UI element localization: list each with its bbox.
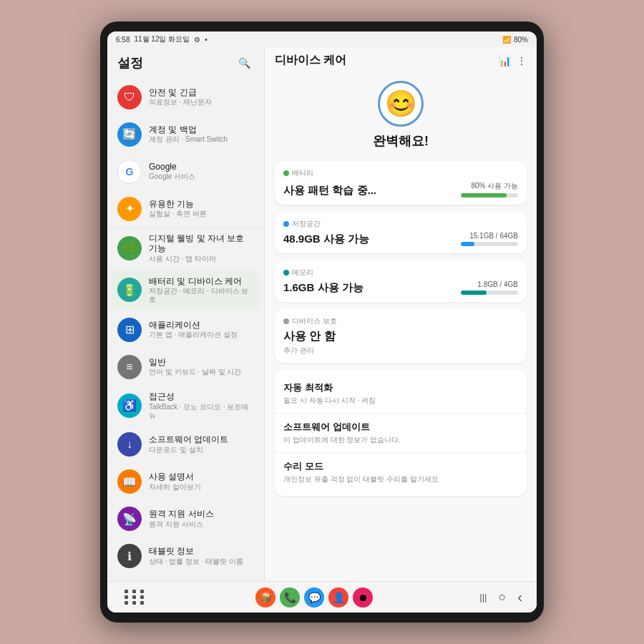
battery-row: 사용 패턴 학습 중... 80% 사용 가능 xyxy=(283,181,518,197)
menu-section: 자동 최적화 필요 시 자동 다시 시작 · 켜짐 소프트웨어 업데이트 이 업… xyxy=(275,370,527,496)
general-name: 일반 xyxy=(149,357,254,367)
setting-software[interactable]: ↓ 소프트웨어 업데이트 다운로드 및 설치 xyxy=(107,426,264,464)
battery-progress-area: 80% 사용 가능 xyxy=(461,181,518,197)
apps-grid-icon[interactable] xyxy=(122,587,149,608)
storage-progress-bar xyxy=(461,242,518,246)
battery-progress-value: 80% 사용 가능 xyxy=(461,181,518,191)
status-time: 6:58 xyxy=(116,36,130,44)
battery-percent: 80% xyxy=(514,36,528,44)
setting-remote[interactable]: 📡 원격 지원 서비스 원격 지원 서비스 xyxy=(107,501,264,538)
about-name: 태블릿 정보 xyxy=(149,546,254,556)
chart-icon[interactable]: 📊 xyxy=(499,55,511,67)
storage-main-text: 48.9GB 사용 가능 xyxy=(283,233,369,246)
tablet-screen: 6:58 11월 12일 화요일 ⚙ • 📶 80% 설정 🔍 🛡 xyxy=(107,31,537,613)
protection-dot xyxy=(283,318,289,324)
nav-apps-row: 📦 📞 💬 👤 ⏺ xyxy=(255,587,373,608)
software-name: 소프트웨어 업데이트 xyxy=(149,434,254,444)
repair-mode-item[interactable]: 수리 모드 개인정보 유출 걱정 없이 태블릿 수리를 맡기세요 xyxy=(275,453,527,492)
advanced-name: 유용한 기능 xyxy=(149,199,254,209)
security-sub: 의료정보 · 재난문자 xyxy=(149,98,254,107)
device-care-content: 😊 완벽해요! 배터리 사용 패턴 학습 중... xyxy=(265,74,537,581)
setting-advanced[interactable]: ✦ 유용한 기능 실험실 · 측면 버튼 xyxy=(107,190,264,228)
back-button[interactable]: ‹ xyxy=(517,589,522,605)
software-update-title: 소프트웨어 업데이트 xyxy=(283,421,518,434)
remote-name: 원격 지원 서비스 xyxy=(149,509,254,519)
setting-accessibility[interactable]: ♿ 접근성 TalkBack · 모노 오디오 · 보조메뉴 xyxy=(107,386,264,426)
accessibility-icon: ♿ xyxy=(117,394,142,418)
status-right: 📶 80% xyxy=(502,36,528,44)
memory-progress-area: 1.8GB / 4GB xyxy=(461,280,518,295)
battery-dot xyxy=(283,170,289,176)
battery-sub: 저장공간 · 메모리 · 디바이스 보호 xyxy=(149,287,254,304)
apps-icon: ⊞ xyxy=(117,318,142,342)
battery-section[interactable]: 배터리 사용 패턴 학습 중... 80% 사용 가능 xyxy=(275,161,527,205)
storage-progress-area: 15.1GB / 64GB xyxy=(461,232,518,246)
auto-optimize-title: 자동 최적화 xyxy=(283,381,518,394)
nav-app-store[interactable]: 📦 xyxy=(255,587,275,608)
setting-wellbeing[interactable]: 🌿 디지털 웰빙 및 자녀 보호 기능 사용 시간 · 앱 타이머 xyxy=(107,228,264,270)
memory-row: 1.6GB 사용 가능 1.8GB / 4GB xyxy=(283,280,518,295)
software-update-item[interactable]: 소프트웨어 업데이트 이 업데이트에 대한 정보가 없습니다. xyxy=(275,414,527,453)
device-care-header: 디바이스 케어 📊 ⋮ xyxy=(265,47,537,74)
general-sub: 언어 및 키보드 · 날짜 및 시간 xyxy=(149,368,254,376)
nav-phone[interactable]: 📞 xyxy=(280,587,300,608)
device-care-actions: 📊 ⋮ xyxy=(499,55,527,67)
repair-mode-sub: 개인정보 유출 걱정 없이 태블릿 수리를 맡기세요 xyxy=(283,474,518,484)
general-icon: ≡ xyxy=(117,355,142,379)
nav-messages[interactable]: 💬 xyxy=(304,587,324,608)
advanced-sub: 실험실 · 측면 버튼 xyxy=(149,210,254,218)
battery-progress-bar xyxy=(461,193,518,197)
home-button[interactable]: ○ xyxy=(498,590,506,605)
status-bar: 6:58 11월 12일 화요일 ⚙ • 📶 80% xyxy=(107,31,537,47)
protection-section[interactable]: 디바이스 보호 사용 안 함 추가 관리 xyxy=(275,309,527,363)
advanced-icon: ✦ xyxy=(117,197,142,221)
setting-google[interactable]: G Google Google 서비스 xyxy=(107,153,264,190)
storage-row: 48.9GB 사용 가능 15.1GB / 64GB xyxy=(283,232,518,246)
remote-sub: 원격 지원 서비스 xyxy=(149,520,254,529)
settings-header: 설정 🔍 xyxy=(107,47,264,76)
setting-apps[interactable]: ⊞ 애플리케이션 기본 앱 · 애플리케이션 설정 xyxy=(107,311,264,348)
setting-general[interactable]: ≡ 일반 언어 및 키보드 · 날짜 및 시간 xyxy=(107,348,264,386)
tablet-device: 6:58 11월 12일 화요일 ⚙ • 📶 80% 설정 🔍 🛡 xyxy=(100,21,544,623)
about-icon: ℹ xyxy=(117,544,142,568)
apps-sub: 기본 앱 · 애플리케이션 설정 xyxy=(149,331,254,339)
recent-apps-button[interactable]: ||| xyxy=(479,592,487,602)
security-icon: 🛡 xyxy=(117,85,142,109)
account-name: 계정 및 백업 xyxy=(149,125,254,135)
setting-account[interactable]: 🔄 계정 및 백업 계정 관리 · Smart Switch xyxy=(107,116,264,153)
storage-section[interactable]: 저장공간 48.9GB 사용 가능 15.1GB / 64GB xyxy=(275,212,527,253)
battery-main-text: 사용 패턴 학습 중... xyxy=(283,184,376,197)
settings-panel: 설정 🔍 🛡 안전 및 긴급 의료정보 · 재난문자 🔄 xyxy=(107,47,265,581)
setting-about[interactable]: ℹ 태블릿 정보 상태 · 법률 정보 · 태블릿 이름 xyxy=(107,538,264,575)
software-icon: ↓ xyxy=(117,432,142,457)
status-date: 11월 12일 화요일 xyxy=(134,34,190,44)
nav-contacts[interactable]: 👤 xyxy=(328,587,348,608)
memory-main-text: 1.6GB 사용 가능 xyxy=(283,281,364,295)
security-name: 안전 및 긴급 xyxy=(149,87,254,97)
settings-list: 🛡 안전 및 긴급 의료정보 · 재난문자 🔄 계정 및 백업 계정 관리 · … xyxy=(107,76,264,581)
device-care-panel: 디바이스 케어 📊 ⋮ 😊 완벽해요! xyxy=(265,47,537,581)
account-sub: 계정 관리 · Smart Switch xyxy=(149,135,254,144)
memory-section[interactable]: 메모리 1.6GB 사용 가능 1.8GB / 4GB xyxy=(275,260,527,302)
battery-icon: 🔋 xyxy=(117,278,142,302)
setting-security[interactable]: 🛡 안전 및 긴급 의료정보 · 재난문자 xyxy=(107,79,264,116)
storage-bar-fill xyxy=(461,242,474,246)
more-icon[interactable]: ⋮ xyxy=(517,55,527,67)
signal-icon: 📶 xyxy=(502,36,511,44)
memory-label: 메모리 xyxy=(283,268,518,278)
battery-bar-fill xyxy=(461,193,507,197)
storage-label-text: 저장공간 xyxy=(292,219,321,229)
auto-optimize-item[interactable]: 자동 최적화 필요 시 자동 다시 시작 · 켜짐 xyxy=(275,374,527,414)
status-settings-icon: ⚙ xyxy=(194,36,200,44)
nav-app5[interactable]: ⏺ xyxy=(353,587,373,608)
main-area: 설정 🔍 🛡 안전 및 긴급 의료정보 · 재난문자 🔄 xyxy=(107,47,537,581)
setting-manual[interactable]: 📖 사용 설명서 자세히 알아보기 xyxy=(107,464,264,501)
auto-optimize-sub: 필요 시 자동 다시 시작 · 켜짐 xyxy=(283,396,518,406)
settings-search-button[interactable]: 🔍 xyxy=(234,53,254,73)
software-sub: 다운로드 및 설치 xyxy=(149,446,254,454)
manual-name: 사용 설명서 xyxy=(149,472,254,482)
storage-dot xyxy=(283,221,289,227)
setting-battery[interactable]: 🔋 배터리 및 디바이스 케어 저장공간 · 메모리 · 디바이스 보호 xyxy=(112,270,260,311)
memory-label-text: 메모리 xyxy=(292,268,313,278)
status-emoji: 😊 xyxy=(378,81,424,127)
